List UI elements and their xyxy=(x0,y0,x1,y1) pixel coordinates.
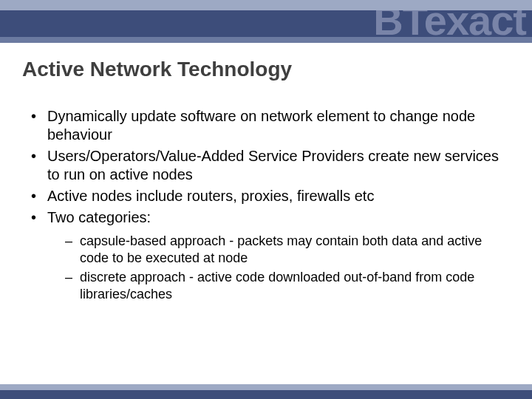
sub-bullet-item: capsule-based approach - packets may con… xyxy=(65,233,502,266)
header-stripe-bottom xyxy=(0,37,532,43)
bullet-item: Dynamically update software on network e… xyxy=(28,107,502,144)
footer-band xyxy=(0,384,532,399)
bullet-text: Two categories: xyxy=(47,209,151,225)
bullet-item: Two categories: capsule-based approach -… xyxy=(28,208,502,302)
slide-title: Active Network Technology xyxy=(22,58,292,81)
sub-bullet-text: discrete approach - active code download… xyxy=(80,270,474,301)
header-band: BTexact xyxy=(0,0,532,43)
footer-stripe-dark xyxy=(0,390,532,399)
sub-bullet-text: capsule-based approach - packets may con… xyxy=(80,233,482,265)
sub-bullet-item: discrete approach - active code download… xyxy=(65,269,502,302)
bullet-item: Active nodes include routers, proxies, f… xyxy=(28,187,502,205)
bullet-text: Users/Operators/Value-Added Service Prov… xyxy=(47,148,499,183)
header-stripe-light xyxy=(0,0,532,10)
brand-logo: BTexact xyxy=(373,10,526,37)
sub-bullet-list: capsule-based approach - packets may con… xyxy=(47,233,502,302)
bullet-text: Active nodes include routers, proxies, f… xyxy=(47,188,374,204)
footer-stripe-light xyxy=(0,384,532,390)
bullet-list: Dynamically update software on network e… xyxy=(28,107,502,302)
bullet-item: Users/Operators/Value-Added Service Prov… xyxy=(28,147,502,184)
header-stripe-dark: BTexact xyxy=(0,10,532,37)
bullet-text: Dynamically update software on network e… xyxy=(47,108,475,143)
slide-content: Dynamically update software on network e… xyxy=(28,107,502,305)
